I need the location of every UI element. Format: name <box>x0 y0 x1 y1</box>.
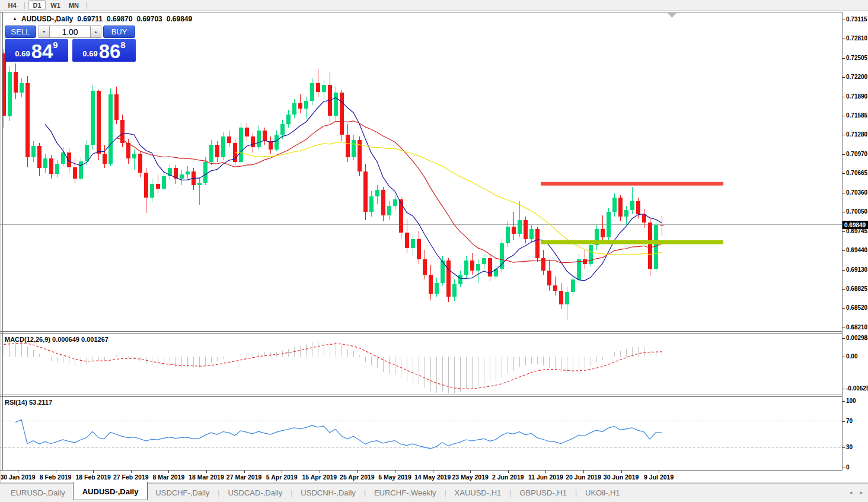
price-axis-label: 0.68210 <box>846 324 867 331</box>
rsi-panel-top-border <box>0 396 843 397</box>
macd-panel[interactable] <box>0 334 843 395</box>
symbol-tab-xauusd[interactable]: XAUUSD-,H1 <box>447 485 509 500</box>
support-line[interactable] <box>541 240 723 244</box>
macd-axis-label: 0.00 <box>846 353 857 360</box>
buy-price-box[interactable]: 0.69 86 8 <box>72 39 136 62</box>
sell-price-box[interactable]: 0.69 84 9 <box>5 39 68 62</box>
ma-fast-line <box>45 98 662 281</box>
price-axis-tick <box>842 20 845 20</box>
price-axis-tick <box>842 58 845 59</box>
price-axis-label: 0.72505 <box>846 55 867 62</box>
price-axis-label: 0.68520 <box>846 304 867 312</box>
volume-decrease-button[interactable]: ▼ <box>39 26 50 38</box>
rsi-line <box>15 420 662 449</box>
rsi-axis-tick <box>842 421 845 422</box>
symbol-tab-eurusd[interactable]: EURUSD-,Daily <box>3 485 73 500</box>
main-panel-bottom-border <box>0 331 843 332</box>
macd-signal-line <box>4 343 662 389</box>
sell-price-big: 84 <box>31 43 53 61</box>
rsi-panel[interactable] <box>0 397 843 470</box>
price-axis-label: 0.72200 <box>846 74 867 81</box>
one-click-trade-panel: SELL ▼ 1.00 ▲ BUY 0.69 84 9 0.69 86 8 <box>5 26 136 62</box>
price-axis-label: 0.69130 <box>846 266 867 274</box>
macd-axis-tick <box>842 338 845 339</box>
volume-increase-button[interactable]: ▲ <box>90 26 101 38</box>
buy-button[interactable]: BUY <box>103 26 135 38</box>
ohlc-high-value: 0.69870 <box>107 15 132 23</box>
timeframe-button-d1[interactable]: D1 <box>28 0 46 10</box>
symbol-tab-audusd[interactable]: AUDUSD-,Daily <box>73 482 148 500</box>
price-axis-tick <box>842 231 845 232</box>
price-axis-label: 0.70665 <box>846 170 867 177</box>
tab-separator: | <box>218 489 219 497</box>
price-axis-label: 0.70360 <box>846 189 867 196</box>
tab-separator: | <box>444 489 446 497</box>
tab-scroll-left-icon[interactable]: ◄ <box>848 490 853 495</box>
chart-top-border <box>0 12 843 12</box>
tab-separator: | <box>291 489 292 497</box>
timeframe-toolbar: H4D1W1MN <box>0 0 868 11</box>
chart-title: ▲ AUDUSD-,Daily 0.69711 0.69870 0.69703 … <box>12 15 192 23</box>
macd-panel-bottom-border <box>0 395 843 395</box>
price-axis-tick <box>842 39 845 39</box>
rsi-axis-label: 30 <box>846 444 853 451</box>
sell-button[interactable]: SELL <box>5 26 36 38</box>
tab-scroll-right-icon[interactable]: ► <box>859 490 864 495</box>
price-axis-label: 0.68825 <box>846 285 867 293</box>
ohlc-low-value: 0.69703 <box>136 15 162 23</box>
tab-separator: | <box>575 489 577 497</box>
tab-separator: | <box>364 489 366 497</box>
timeframe-button-h4[interactable]: H4 <box>4 0 21 10</box>
window-left-edge <box>1 11 1 502</box>
timeframe-button-w1[interactable]: W1 <box>47 0 64 10</box>
toolbar-separator <box>24 2 25 9</box>
symbol-tab-usdchf[interactable]: USDCHF-,Daily <box>148 485 217 500</box>
rsi-indicator-label: RSI(14) 53.2117 <box>5 399 52 406</box>
price-axis-tick <box>842 212 845 212</box>
spinner-down-icon: ▼ <box>42 30 46 34</box>
sell-price-prefix: 0.69 <box>15 49 30 58</box>
timeframe-button-mn[interactable]: MN <box>65 0 82 10</box>
price-axis-label: 0.72810 <box>846 35 867 42</box>
rsi-panel-bottom-border <box>0 470 843 471</box>
symbol-tab-list: EURUSD-,DailyAUDUSD-,DailyUSDCHF-,Daily|… <box>3 485 628 500</box>
date-axis-label: 9 Jul 2019 <box>632 474 685 481</box>
price-axis-tick <box>842 270 845 271</box>
buy-price-prefix: 0.69 <box>82 49 97 58</box>
macd-axis-label: 0.002984 <box>846 335 868 342</box>
macd-histogram <box>4 340 662 393</box>
price-axis-tick <box>842 193 845 193</box>
sell-price-sup: 9 <box>53 40 58 50</box>
price-axis-label: 0.70050 <box>846 208 867 215</box>
volume-input[interactable]: 1.00 <box>50 26 90 38</box>
buy-price-sup: 8 <box>120 40 125 50</box>
rsi-axis-tick <box>842 468 845 468</box>
resistance-line[interactable] <box>541 182 723 186</box>
symbol-tab-eurchf[interactable]: EURCHF-,Weekly <box>366 485 444 500</box>
rsi-axis-tick <box>842 447 845 448</box>
symbol-tab-usdcad[interactable]: USDCAD-,Daily <box>220 485 290 500</box>
rsi-axis-tick <box>842 401 845 402</box>
rsi-axis-label: 70 <box>846 418 853 425</box>
rsi-axis-label: 100 <box>846 398 856 405</box>
macd-axis-tick <box>842 389 845 389</box>
ohlc-open-value: 0.69711 <box>77 15 103 23</box>
current-price-tag: 0.69849 <box>843 221 868 229</box>
toolbar-separator <box>86 2 87 9</box>
macd-panel-top-border <box>0 333 843 334</box>
price-axis-tick <box>842 135 845 135</box>
price-axis-tick <box>842 289 845 290</box>
chart-left-border <box>2 12 3 471</box>
price-axis-label: 0.71280 <box>846 131 867 138</box>
symbol-tab-gbpusd[interactable]: GBPUSD-,H1 <box>512 485 574 500</box>
macd-axis-tick <box>842 357 845 357</box>
rsi-axis-label: 0 <box>846 464 850 471</box>
symbol-tab-usdcnh[interactable]: USDCNH-,Daily <box>293 485 363 500</box>
spinner-up-icon: ▲ <box>94 30 98 34</box>
chart-shift-marker-icon[interactable] <box>668 13 676 18</box>
symbol-tab-ukoil[interactable]: UKOil-,H1 <box>577 485 628 500</box>
collapse-panel-icon[interactable]: ▲ <box>12 16 17 21</box>
macd-indicator-label: MACD(12,26,9) 0.000649 0.001267 <box>5 336 108 343</box>
tab-separator: | <box>509 489 511 497</box>
chart-symbol-label: AUDUSD-,Daily <box>21 15 73 23</box>
